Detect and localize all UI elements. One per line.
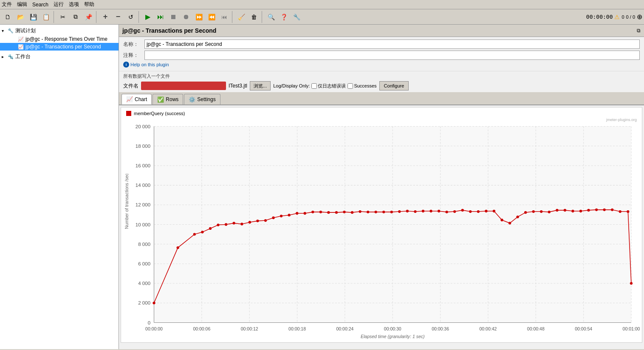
svg-point-19 xyxy=(327,211,330,214)
successes-label: Successes xyxy=(354,83,376,88)
stop-now-button[interactable]: ⏺ xyxy=(180,11,192,23)
x-axis-title: Elapsed time (granularity: 1 sec) xyxy=(361,334,425,339)
svg-point-40 xyxy=(493,210,495,212)
svg-point-23 xyxy=(359,210,361,213)
svg-point-28 xyxy=(398,210,401,213)
errors-only-checkbox-label[interactable]: 仅日志错误误 xyxy=(311,83,346,89)
y-label-0: 0 xyxy=(148,320,150,325)
x-label-24: 00:00:24 xyxy=(336,326,353,331)
menu-search[interactable]: Search xyxy=(32,2,48,8)
tab-chart[interactable]: 📈 Chart xyxy=(121,94,152,104)
sidebar-item-response-times[interactable]: 📈 jp@gc - Response Times Over Time xyxy=(0,35,119,43)
svg-point-35 xyxy=(453,210,456,213)
chart-legend: memberQuery (success) xyxy=(123,109,640,118)
help-link[interactable]: i Help on this plugin xyxy=(123,62,640,68)
svg-point-10 xyxy=(256,220,259,222)
fullscreen-icon[interactable]: ⊕ xyxy=(637,13,642,21)
svg-point-48 xyxy=(556,209,558,212)
svg-point-34 xyxy=(445,211,448,213)
y-label-12000: 12 000 xyxy=(136,203,150,208)
search-btn[interactable]: 🔍 xyxy=(265,11,277,23)
clear-button[interactable]: 🧹 xyxy=(235,11,247,23)
new-button[interactable]: 🗋 xyxy=(2,11,14,23)
file-suffix: ITest3.jtl xyxy=(229,83,247,89)
x-label-54: 00:00:54 xyxy=(575,326,592,331)
copy-button[interactable]: ⧉ xyxy=(70,11,82,23)
svg-point-37 xyxy=(469,210,472,213)
svg-point-18 xyxy=(319,211,322,213)
paste-button[interactable]: 📌 xyxy=(82,11,94,23)
errors-only-checkbox[interactable] xyxy=(311,83,317,89)
separator2 xyxy=(96,11,98,23)
successes-checkbox-label[interactable]: Successes xyxy=(347,83,376,89)
sidebar-item-transactions[interactable]: 📈 jp@gc - Transactions per Second xyxy=(0,43,119,51)
menu-run[interactable]: 运行 xyxy=(54,1,64,8)
svg-point-49 xyxy=(564,209,566,212)
extra-btn[interactable]: 🔧 xyxy=(291,11,302,23)
y-label-14000: 14 000 xyxy=(136,183,150,188)
menubar: 文件 编辑 Search 运行 选项 帮助 xyxy=(0,0,644,9)
y-label-8000: 8 000 xyxy=(138,242,150,247)
menu-file[interactable]: 文件 xyxy=(2,1,12,8)
name-input[interactable] xyxy=(144,40,640,49)
menu-edit[interactable]: 编辑 xyxy=(17,1,27,8)
menu-options[interactable]: 选项 xyxy=(69,1,79,8)
y-label-6000: 6 000 xyxy=(138,261,150,266)
sidebar-item-workbench[interactable]: ▸ 🔩 工作台 xyxy=(0,52,119,61)
log-display-section: Log/Display Only: 仅日志错误误 Successes xyxy=(273,83,376,89)
root-icon: 🔧 xyxy=(8,28,14,34)
configure-button[interactable]: Configure xyxy=(379,81,409,90)
y-label-18000: 18 000 xyxy=(136,144,150,149)
remote-stop-all-button[interactable]: ⏮ xyxy=(218,11,230,23)
remove-button[interactable]: − xyxy=(112,11,124,23)
sidebar-item-root[interactable]: ▾ 🔧 测试计划 xyxy=(0,26,119,35)
maximize-icon[interactable]: ⧉ xyxy=(637,28,641,34)
file-label: 文件名 xyxy=(123,82,138,90)
save-button[interactable]: 💾 xyxy=(27,11,39,23)
svg-point-36 xyxy=(461,209,464,212)
start-no-pause-button[interactable]: ⏭ xyxy=(155,11,167,23)
svg-point-2 xyxy=(193,233,196,235)
stop-button[interactable]: ⏹ xyxy=(167,11,179,23)
comment-input[interactable] xyxy=(144,51,640,60)
rows-tab-icon: ✅ xyxy=(157,96,164,103)
remote-start-button[interactable]: ⏩ xyxy=(193,11,205,23)
file-row: 文件名 ITest3.jtl 浏览... Log/Display Only: 仅… xyxy=(123,81,640,90)
progress-display: 0 / 0 xyxy=(626,14,635,20)
successes-checkbox[interactable] xyxy=(347,83,353,89)
x-label-12: 00:00:12 xyxy=(241,326,258,331)
warning-icon: ⚠ xyxy=(614,14,620,20)
open-button[interactable]: 📂 xyxy=(14,11,26,23)
svg-point-52 xyxy=(587,209,590,212)
remote-stop-button[interactable]: ⏪ xyxy=(206,11,217,23)
tab-rows[interactable]: ✅ Rows xyxy=(153,94,183,104)
panel: jp@gc - Transactions per Second ⧉ 名称： 注释… xyxy=(119,25,644,343)
svg-point-14 xyxy=(288,214,291,216)
add-button[interactable]: + xyxy=(99,11,111,23)
svg-point-32 xyxy=(429,210,432,212)
file-section: 所有数据写入一个文件 文件名 ITest3.jtl 浏览... Log/Disp… xyxy=(119,71,644,92)
svg-point-55 xyxy=(611,209,613,211)
reset-button[interactable]: ↺ xyxy=(125,11,137,23)
errors-only-label: 仅日志错误误 xyxy=(318,83,346,89)
tab-settings[interactable]: ⚙️ Settings xyxy=(184,94,220,104)
browse-button[interactable]: 浏览... xyxy=(250,81,271,90)
svg-point-50 xyxy=(571,210,574,212)
menu-help[interactable]: 帮助 xyxy=(84,1,94,8)
start-button[interactable]: ▶ xyxy=(142,11,154,23)
workbench-icon: 🔩 xyxy=(8,54,14,59)
svg-point-51 xyxy=(579,210,582,212)
help-info-icon: i xyxy=(123,62,129,68)
cut-button[interactable]: ✂ xyxy=(57,11,69,23)
x-label-48: 00:00:48 xyxy=(527,326,545,331)
warnings-count: 0 xyxy=(621,14,624,20)
svg-point-53 xyxy=(595,209,598,211)
content-area: jp@gc - Transactions per Second ⧉ 名称： 注释… xyxy=(119,25,644,349)
template-button[interactable]: 📋 xyxy=(40,11,52,23)
y-label-16000: 16 000 xyxy=(136,163,150,168)
help-btn[interactable]: ❓ xyxy=(278,11,290,23)
x-label-18: 00:00:18 xyxy=(288,326,306,331)
comment-label: 注释： xyxy=(123,52,144,59)
clear-all-button[interactable]: 🗑 xyxy=(248,11,260,23)
svg-point-4 xyxy=(209,227,212,230)
